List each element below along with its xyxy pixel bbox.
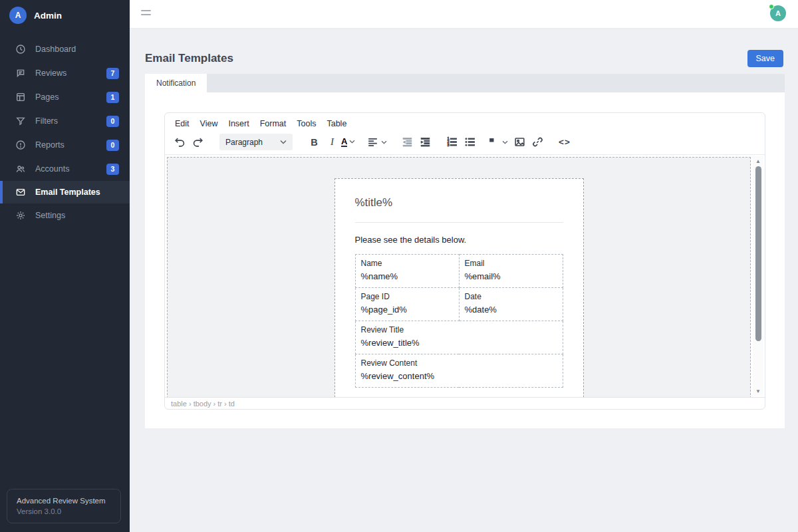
- element-path-breadcrumb[interactable]: table › tbody › tr › td: [171, 400, 235, 408]
- field-value: %review_content%: [361, 371, 557, 381]
- ordered-list-icon[interactable]: 123: [443, 133, 461, 151]
- image-icon[interactable]: [511, 133, 529, 151]
- field-value: %name%: [361, 271, 454, 281]
- field-label: Review Content: [361, 358, 557, 368]
- app-name: Advanced Review System: [17, 497, 111, 505]
- scroll-up-icon[interactable]: ▲: [755, 156, 761, 166]
- sidebar-item-filters[interactable]: Filters 0: [0, 109, 130, 133]
- editor-statusbar: table › tbody › tr › td: [165, 397, 765, 409]
- hamburger-menu-icon[interactable]: [141, 10, 151, 18]
- email-template-wrapper[interactable]: %title% Please see the details below. Na…: [167, 157, 751, 397]
- sidebar-item-label: Filters: [35, 116, 106, 126]
- field-cell-name[interactable]: Name %name%: [355, 255, 459, 288]
- field-cell-page-id[interactable]: Page ID %page_id%: [355, 288, 459, 321]
- sidebar-item-pages[interactable]: Pages 1: [0, 85, 130, 109]
- menu-view[interactable]: View: [195, 116, 223, 131]
- field-cell-date[interactable]: Date %date%: [459, 288, 563, 321]
- email-fields-table[interactable]: Name %name% Email %email%: [355, 254, 563, 388]
- online-status-dot: [769, 4, 774, 9]
- accounts-icon: [15, 164, 26, 175]
- chevron-down-icon: [502, 140, 508, 144]
- avatar-initial: A: [775, 9, 781, 17]
- field-value: %page_id%: [361, 305, 454, 315]
- menu-table[interactable]: Table: [321, 116, 352, 131]
- table-button[interactable]: [487, 136, 511, 148]
- align-button[interactable]: [366, 136, 390, 148]
- table-row: Review Content %review_content%: [355, 354, 563, 388]
- sidebar-item-label: Settings: [35, 211, 119, 220]
- sidebar-item-reviews[interactable]: Reviews 7: [0, 61, 130, 85]
- app-version: Version 3.0.0: [17, 507, 111, 515]
- outdent-icon[interactable]: [398, 133, 416, 151]
- reviews-icon: [15, 68, 26, 79]
- sidebar-nav: Dashboard Reviews 7 Pages 1: [0, 37, 130, 227]
- email-intro-text[interactable]: Please see the details below.: [355, 235, 563, 245]
- accounts-count-badge: 3: [106, 164, 119, 175]
- dashboard-icon: [15, 44, 26, 55]
- field-cell-email[interactable]: Email %email%: [459, 255, 563, 288]
- sidebar-item-label: Reviews: [35, 68, 106, 78]
- editor-content-area[interactable]: %title% Please see the details below. Na…: [165, 155, 765, 397]
- sidebar-footer: Advanced Review System Version 3.0.0: [7, 489, 121, 523]
- scroll-down-icon[interactable]: ▼: [755, 386, 761, 396]
- sidebar-item-reports[interactable]: Reports 0: [0, 133, 130, 157]
- page-title: Email Templates: [145, 52, 233, 65]
- scrollbar-thumb[interactable]: [755, 166, 761, 341]
- field-label: Email: [465, 259, 557, 268]
- save-button[interactable]: Save: [747, 50, 784, 67]
- rich-text-editor: Edit View Insert Format Tools Table: [164, 112, 765, 410]
- bullet-list-icon[interactable]: [461, 133, 479, 151]
- tab-notification[interactable]: Notification: [145, 74, 207, 92]
- menu-format[interactable]: Format: [255, 116, 292, 131]
- paragraph-format-select[interactable]: Paragraph: [219, 134, 293, 150]
- undo-icon[interactable]: [171, 133, 189, 151]
- reports-count-badge: 0: [106, 140, 119, 151]
- link-icon[interactable]: [529, 133, 547, 151]
- menu-edit[interactable]: Edit: [170, 116, 195, 131]
- sidebar: A Admin Dashboard Reviews 7: [0, 0, 130, 532]
- sidebar-item-label: Reports: [35, 140, 106, 150]
- field-value: %review_title%: [361, 338, 557, 348]
- sidebar-item-email-templates[interactable]: Email Templates: [0, 181, 130, 203]
- email-template-card[interactable]: %title% Please see the details below. Na…: [334, 178, 584, 397]
- sidebar-item-label: Dashboard: [35, 45, 119, 54]
- sidebar-item-dashboard[interactable]: Dashboard: [0, 37, 130, 61]
- redo-icon[interactable]: [189, 133, 207, 151]
- italic-button[interactable]: I: [323, 133, 341, 151]
- field-cell-review-content[interactable]: Review Content %review_content%: [355, 354, 563, 388]
- settings-icon: [15, 210, 26, 221]
- table-row: Name %name% Email %email%: [355, 255, 563, 288]
- topbar: A: [130, 0, 798, 29]
- pages-icon: [15, 92, 26, 103]
- chevron-down-icon: [280, 140, 287, 144]
- page-header: Email Templates Save: [130, 29, 798, 74]
- text-color-button[interactable]: A: [341, 137, 358, 148]
- field-label: Review Title: [361, 325, 557, 334]
- divider: [355, 222, 563, 223]
- filters-count-badge: 0: [106, 116, 119, 127]
- sidebar-item-accounts[interactable]: Accounts 3: [0, 157, 130, 181]
- paragraph-format-value: Paragraph: [225, 138, 263, 147]
- sidebar-item-settings[interactable]: Settings: [0, 203, 130, 227]
- email-title-placeholder[interactable]: %title%: [355, 196, 563, 209]
- user-avatar[interactable]: A: [770, 5, 786, 21]
- sidebar-item-label: Pages: [35, 92, 106, 102]
- source-code-icon[interactable]: <>: [555, 133, 573, 151]
- field-label: Name: [361, 259, 454, 268]
- field-value: %email%: [465, 271, 557, 281]
- editor-menubar: Edit View Insert Format Tools Table: [165, 113, 765, 132]
- editor-scrollbar[interactable]: ▲ ▼: [753, 156, 763, 396]
- menu-insert[interactable]: Insert: [223, 116, 254, 131]
- sidebar-item-label: Email Templates: [35, 188, 119, 197]
- chevron-down-icon: [381, 140, 387, 144]
- sidebar-item-label: Accounts: [35, 164, 106, 174]
- svg-text:3: 3: [448, 143, 450, 147]
- menu-tools[interactable]: Tools: [291, 116, 321, 131]
- bold-button[interactable]: B: [305, 133, 323, 151]
- brand-name: Admin: [34, 11, 62, 21]
- field-cell-review-title[interactable]: Review Title %review_title%: [355, 321, 563, 354]
- tab-bar: Notification: [145, 74, 785, 92]
- indent-icon[interactable]: [416, 133, 434, 151]
- editor-toolbar: Paragraph B I A: [165, 132, 765, 155]
- field-label: Date: [465, 292, 557, 301]
